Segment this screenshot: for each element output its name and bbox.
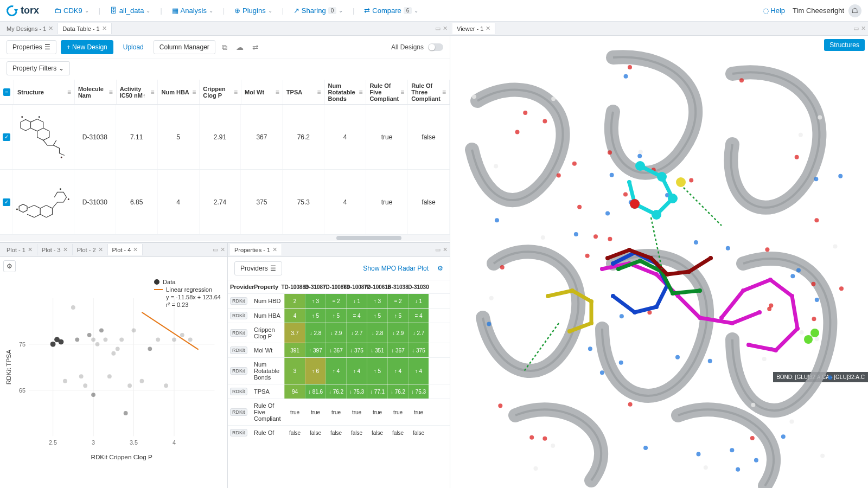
- close-icon[interactable]: ✕: [63, 246, 68, 253]
- close-icon[interactable]: ✕: [48, 25, 53, 32]
- column-menu-icon[interactable]: ≡: [317, 88, 321, 96]
- svg-point-155: [611, 294, 615, 298]
- column-menu-icon[interactable]: ≡: [234, 88, 238, 96]
- tab-my-designs---1[interactable]: My Designs - 1✕: [2, 23, 58, 34]
- cell: 4: [324, 105, 366, 169]
- shuffle-icon[interactable]: ⇄: [250, 41, 261, 54]
- props-col-header[interactable]: TD-100883: [284, 280, 305, 293]
- props-col-header[interactable]: TD-100618: [367, 280, 387, 293]
- column-header[interactable]: Num Rotatable Bonds≡: [325, 80, 367, 104]
- close-panel-icon[interactable]: ✕: [861, 25, 866, 32]
- copy-icon[interactable]: ⧉: [220, 41, 229, 54]
- close-icon[interactable]: ✕: [486, 25, 490, 32]
- nav-plugins[interactable]: ⊕Plugins⌄: [230, 4, 277, 17]
- nav-sharing[interactable]: ↗Sharing0⌄: [289, 4, 347, 17]
- provider-badge: RDKit: [230, 312, 247, 319]
- close-panel-icon[interactable]: ✕: [220, 246, 225, 253]
- props-value: ↑ 5: [326, 309, 346, 323]
- props-row: RDKitNum Rotatable Bonds3↑ 6↑ 4↑ 4↑ 5↑ 4…: [228, 357, 450, 384]
- column-menu-icon[interactable]: ≡: [359, 88, 362, 96]
- column-menu-icon[interactable]: ≡: [67, 88, 71, 96]
- close-panel-icon[interactable]: ✕: [443, 25, 448, 32]
- nav-alldata[interactable]: 🗄all_data⌄: [106, 4, 155, 17]
- minimize-icon[interactable]: ▭: [213, 246, 218, 253]
- column-header[interactable]: Rule Of Three Compliant≡: [408, 80, 450, 104]
- svg-point-42: [164, 383, 168, 388]
- tab-data-table---1[interactable]: Data Table - 1✕: [58, 23, 111, 34]
- minimize-icon[interactable]: ▭: [853, 25, 859, 32]
- svg-point-70: [704, 465, 708, 470]
- column-header[interactable]: Activity IC50 nM↑≡: [117, 80, 158, 104]
- tab-viewer[interactable]: Viewer - 1✕: [452, 23, 495, 34]
- column-header[interactable]: Num HBA≡: [158, 80, 200, 104]
- props-col-header[interactable]: D-31038: [387, 280, 408, 293]
- column-menu-icon[interactable]: ≡: [192, 88, 196, 96]
- providers-button[interactable]: Providers☰: [234, 261, 282, 275]
- row-checkbox[interactable]: ✓: [0, 170, 13, 234]
- select-all-checkbox[interactable]: −: [0, 80, 14, 104]
- column-header[interactable]: Molecule Nam≡: [75, 80, 117, 104]
- row-checkbox[interactable]: ✓: [0, 105, 13, 169]
- viewer-panel: Viewer - 1✕ ▭✕ Structures BOND: [GLU]32:…: [450, 22, 868, 488]
- tab-plot---4[interactable]: Plot - 4✕: [108, 244, 143, 255]
- props-value: ↑ 397: [305, 343, 326, 357]
- column-manager-button[interactable]: Column Manager: [154, 40, 215, 54]
- svg-point-59: [489, 296, 494, 300]
- column-menu-icon[interactable]: ≡: [442, 88, 446, 96]
- props-value: ↓ 81.6: [305, 384, 326, 399]
- column-menu-icon[interactable]: ≡: [400, 88, 404, 96]
- horizontal-scrollbar[interactable]: [0, 235, 450, 241]
- nav-analysis[interactable]: ▦Analysis⌄: [168, 4, 218, 17]
- all-designs-toggle[interactable]: [428, 43, 443, 51]
- structures-button[interactable]: Structures: [824, 39, 865, 51]
- new-design-button[interactable]: + New Design: [61, 40, 113, 54]
- column-header[interactable]: Rule Of Five Compliant≡: [366, 80, 408, 104]
- column-menu-icon[interactable]: ≡: [109, 88, 113, 96]
- svg-point-153: [654, 305, 659, 309]
- minimize-icon[interactable]: ▭: [435, 25, 441, 32]
- upload-link[interactable]: Upload: [118, 41, 149, 54]
- left-panel: My Designs - 1✕Data Table - 1✕ ▭✕ Proper…: [0, 22, 450, 488]
- svg-point-161: [605, 256, 610, 260]
- props-row: RDKitNum HBA4↑ 5↑ 5= 4↑ 5↑ 5= 4: [228, 308, 450, 323]
- tab-plot---3[interactable]: Plot - 3✕: [37, 244, 73, 255]
- property-filters-button[interactable]: Property Filters⌄: [7, 61, 70, 75]
- nav-cdk9[interactable]: 🗀CDK9⌄: [50, 4, 93, 17]
- structure-cell[interactable]: [13, 170, 74, 234]
- viewer-3d[interactable]: Structures BOND: [GLU]32:A.CA - [GLU]32:…: [450, 36, 868, 488]
- svg-point-96: [600, 370, 604, 375]
- close-icon[interactable]: ✕: [98, 246, 103, 253]
- close-icon[interactable]: ✕: [133, 246, 138, 253]
- column-header[interactable]: Mol Wt≡: [241, 80, 283, 104]
- close-icon[interactable]: ✕: [102, 25, 107, 32]
- tab-plot---2[interactable]: Plot - 2✕: [73, 244, 108, 255]
- minimize-icon[interactable]: ▭: [435, 246, 441, 253]
- svg-point-34: [116, 346, 120, 351]
- user-menu[interactable]: Tim Cheeseright ☖: [793, 4, 861, 17]
- show-radar-link[interactable]: Show MPO Radar Plot: [363, 265, 429, 272]
- plot-settings-button[interactable]: ⚙: [3, 260, 16, 272]
- column-menu-icon[interactable]: ≡: [150, 88, 154, 96]
- close-icon[interactable]: ✕: [272, 246, 277, 253]
- tab-plot---1[interactable]: Plot - 1✕: [2, 244, 37, 255]
- svg-point-106: [624, 74, 628, 79]
- properties-button[interactable]: Properties☰: [7, 40, 56, 54]
- structure-cell[interactable]: [13, 105, 74, 169]
- nav-compare[interactable]: ⇄Compare6⌄: [360, 4, 423, 17]
- column-header[interactable]: TPSA≡: [283, 80, 325, 104]
- props-col-header[interactable]: D-31030: [408, 280, 429, 293]
- tab-properties[interactable]: Properties - 1✕: [230, 244, 282, 255]
- help-link[interactable]: ◌ Help: [763, 7, 785, 15]
- cloud-icon[interactable]: ☁: [234, 41, 246, 54]
- properties-panel: Properties - 1✕ ▭✕ Providers☰ Show MPO R…: [228, 243, 450, 488]
- user-avatar-icon: ☖: [848, 4, 861, 17]
- plot-panel: Plot - 1✕Plot - 3✕Plot - 2✕Plot - 4✕ ▭✕ …: [0, 243, 228, 488]
- column-menu-icon[interactable]: ≡: [276, 88, 279, 96]
- props-value: ↓ 2.9: [326, 323, 346, 343]
- provider-badge: RDKit: [230, 329, 247, 337]
- close-panel-icon[interactable]: ✕: [443, 246, 448, 253]
- close-icon[interactable]: ✕: [28, 246, 33, 253]
- column-header[interactable]: Structure≡: [14, 80, 75, 104]
- column-header[interactable]: Crippen Clog P≡: [200, 80, 241, 104]
- gear-icon[interactable]: ⚙: [433, 265, 443, 272]
